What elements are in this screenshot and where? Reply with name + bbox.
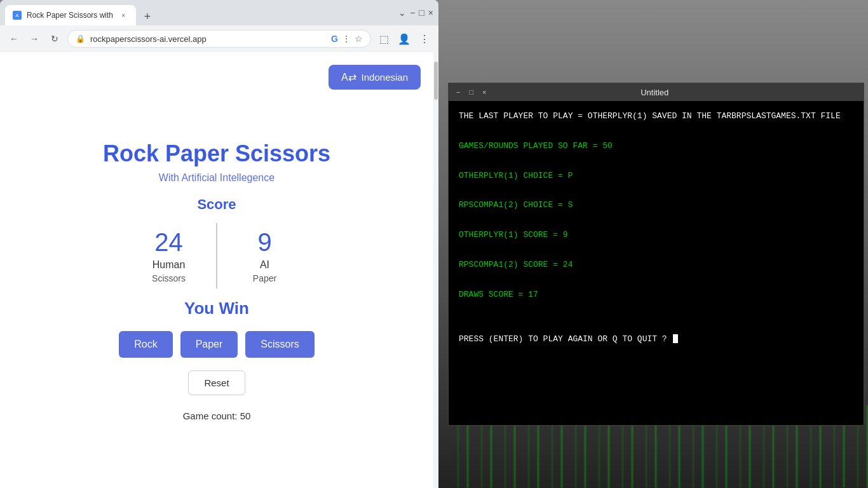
tab-close-button[interactable]: ×	[118, 10, 128, 20]
tab-favicon: A	[13, 11, 22, 20]
minimize-icon[interactable]: −	[410, 8, 415, 18]
page-title: Rock Paper Scissors	[13, 140, 421, 167]
terminal-line-blank-6	[459, 272, 853, 287]
terminal-window-controls: − □ ×	[454, 88, 489, 96]
web-page: A⇄ Indonesian Rock Paper Scissors With A…	[0, 52, 433, 434]
terminal-line-blank-8	[459, 316, 853, 331]
tab-overflow-icon[interactable]: ⌄	[398, 8, 406, 18]
toolbar-icons: ⬚ 👤 ⋮	[376, 31, 432, 46]
translate-button[interactable]: A⇄ Indonesian	[329, 65, 421, 90]
bookmark-icon[interactable]: ☆	[355, 34, 363, 44]
tab-area: A Rock Paper Scissors with × +	[5, 0, 396, 25]
terminal-line-blank-7	[459, 302, 853, 316]
ai-score-side: 9 AI Paper	[217, 223, 312, 288]
active-tab[interactable]: A Rock Paper Scissors with ×	[5, 5, 136, 25]
terminal-line-4: RPSCOMPA1(2) CHOICE = S	[459, 198, 853, 212]
chrome-menu-icon[interactable]: ⋮	[417, 31, 432, 46]
maximize-icon[interactable]: □	[419, 8, 424, 18]
terminal-maximize-icon[interactable]: □	[466, 88, 476, 96]
ai-score: 9	[227, 228, 302, 257]
reset-button[interactable]: Reset	[188, 370, 245, 395]
terminal-line-7: DRAWS SCORE = 17	[459, 287, 853, 302]
terminal-cursor	[673, 334, 678, 343]
extension-icon[interactable]: ⬚	[376, 31, 391, 46]
chrome-content: A⇄ Indonesian Rock Paper Scissors With A…	[0, 52, 433, 488]
forward-button[interactable]: →	[27, 31, 42, 46]
paper-button[interactable]: Paper	[180, 331, 238, 358]
score-label: Score	[13, 196, 421, 213]
share-icon[interactable]: ⋮	[342, 34, 351, 44]
chrome-titlebar: A Rock Paper Scissors with × + ⌄ − □ ×	[0, 0, 438, 25]
chrome-scrollbar[interactable]	[433, 52, 438, 488]
terminal-title: Untitled	[489, 88, 820, 97]
terminal-line-3: OTHERPLYR(1) CHOICE = P	[459, 168, 853, 183]
tab-title: Rock Paper Scissors with	[27, 11, 113, 20]
terminal-line-blank-4	[459, 213, 853, 227]
close-icon[interactable]: ×	[428, 8, 433, 18]
terminal-line-blank-1	[459, 123, 853, 138]
refresh-button[interactable]: ↻	[47, 31, 62, 46]
human-choice: Scissors	[132, 273, 206, 283]
human-label: Human	[132, 259, 206, 271]
terminal-minimize-icon[interactable]: −	[454, 88, 463, 96]
choice-buttons: Rock Paper Scissors	[13, 331, 421, 358]
back-button[interactable]: ←	[6, 31, 22, 46]
profile-icon[interactable]: 👤	[397, 31, 412, 46]
terminal-line-1: THE LAST PLAYER TO PLAY = OTHERPLYR(1) S…	[459, 109, 853, 123]
terminal-line-blank-3	[459, 183, 853, 198]
ai-label: AI	[227, 259, 302, 271]
address-bar[interactable]: 🔒 rockpaperscissors-ai.vercel.app G ⋮ ☆	[67, 30, 371, 48]
terminal-line-blank-2	[459, 153, 853, 168]
result-text: You Win	[13, 299, 421, 318]
terminal-line-5: OTHERPLYR(1) SCORE = 9	[459, 227, 853, 242]
google-icon[interactable]: G	[331, 34, 338, 44]
chrome-content-wrap: A⇄ Indonesian Rock Paper Scissors With A…	[0, 52, 438, 488]
terminal-line-2: GAMES/ROUNDS PLAYED SO FAR = 50	[459, 139, 853, 153]
terminal-window: − □ × Untitled THE LAST PLAYER TO PLAY =…	[448, 83, 864, 426]
terminal-line-8: PRESS (ENTER) TO PLAY AGAIN OR Q TO QUIT…	[459, 332, 853, 346]
lock-icon: 🔒	[76, 34, 85, 43]
new-tab-button[interactable]: +	[139, 8, 156, 25]
human-score-side: 24 Human Scissors	[121, 223, 216, 288]
page-subtitle: With Artificial Intellegence	[13, 172, 421, 184]
reset-area: Reset	[13, 370, 421, 395]
game-count: Game count: 50	[13, 410, 421, 421]
rock-button[interactable]: Rock	[119, 331, 172, 358]
translate-label: Indonesian	[362, 72, 408, 83]
chrome-addressbar: ← → ↻ 🔒 rockpaperscissors-ai.vercel.app …	[0, 25, 438, 52]
human-score: 24	[132, 228, 206, 257]
terminal-line-blank-5	[459, 243, 853, 257]
terminal-content: THE LAST PLAYER TO PLAY = OTHERPLYR(1) S…	[449, 101, 864, 425]
scissors-button[interactable]: Scissors	[245, 331, 314, 358]
chrome-window: A Rock Paper Scissors with × + ⌄ − □ × ←…	[0, 0, 438, 488]
ai-choice: Paper	[227, 273, 302, 283]
scrollbar-thumb[interactable]	[434, 62, 438, 100]
addr-icons: G ⋮ ☆	[331, 34, 363, 44]
terminal-close-icon[interactable]: ×	[480, 88, 489, 96]
score-board: 24 Human Scissors 9 AI Paper	[121, 223, 312, 288]
translate-icon: A⇄	[341, 71, 356, 83]
terminal-line-6: RPSCOMPA1(2) SCORE = 24	[459, 257, 853, 272]
terminal-titlebar: − □ × Untitled	[449, 83, 864, 101]
address-text: rockpaperscissors-ai.vercel.app	[90, 34, 326, 44]
